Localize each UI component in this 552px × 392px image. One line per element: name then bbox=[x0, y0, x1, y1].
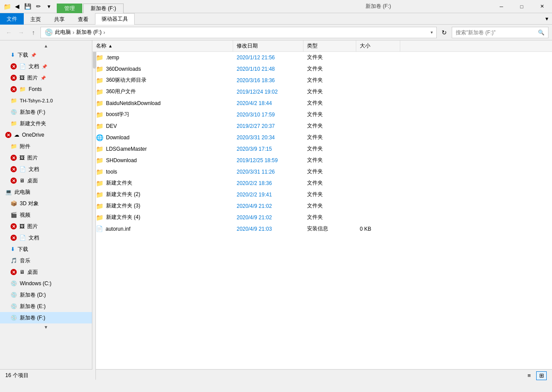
sidebar-item-drive-e[interactable]: 💿 新加卷 (E:) bbox=[0, 301, 92, 312]
sidebar-item-pictures-pc[interactable]: ✕ 🖼 图片 bbox=[0, 221, 92, 232]
sidebar-item-windows-c[interactable]: 💿 Windows (C:) bbox=[0, 278, 92, 289]
sidebar-scroll-down[interactable]: ▼ bbox=[0, 323, 92, 330]
sidebar-item-music[interactable]: 🎵 音乐 bbox=[0, 255, 92, 266]
sidebar-item-documents-pc[interactable]: ✕ 📄 文档 bbox=[0, 232, 92, 243]
sidebar-item-desktop-od[interactable]: ✕ 🖥 桌面 bbox=[0, 175, 92, 186]
sidebar-item-attachments[interactable]: 📁 附件 bbox=[0, 141, 92, 152]
sidebar-item-drive-d[interactable]: 💿 新加卷 (D:) bbox=[0, 289, 92, 301]
qat-undo[interactable]: ✏ bbox=[34, 2, 43, 11]
table-row[interactable]: 📁 boost学习 2020/3/10 17:59 文件夹 bbox=[92, 109, 552, 120]
forward-button[interactable]: → bbox=[16, 27, 26, 38]
table-row[interactable]: 📁 360驱动大师目录 2020/3/16 18:36 文件夹 bbox=[92, 75, 552, 86]
file-name: 360用户文件 bbox=[106, 88, 136, 95]
pin-icon: 📌 bbox=[31, 53, 36, 58]
sidebar-item-label: 新加卷 (D:) bbox=[20, 291, 46, 299]
back-button[interactable]: ← bbox=[4, 27, 14, 38]
view-list-button[interactable]: ≡ bbox=[524, 371, 534, 380]
table-row[interactable]: 📁 SHDownload 2019/12/25 18:59 文件夹 bbox=[92, 155, 552, 166]
col-name-label: 名称 bbox=[96, 42, 106, 50]
table-row[interactable]: 📁 新建文件夹 2020/2/2 18:36 文件夹 bbox=[92, 178, 552, 189]
table-row[interactable]: 📁 tools 2020/3/31 11:26 文件夹 bbox=[92, 166, 552, 178]
ribbon-home-tab[interactable]: 主页 bbox=[24, 14, 48, 24]
address-path[interactable]: 💿 此电脑 › 新加卷 (F:) › ▾ bbox=[40, 27, 437, 38]
sidebar-item-onedrive[interactable]: ✕ ☁ OneDrive bbox=[0, 129, 92, 141]
column-header-date[interactable]: 修改日期 bbox=[233, 40, 303, 51]
ribbon-tab-drive[interactable]: 新加卷 (F:) bbox=[83, 4, 124, 13]
column-header-name[interactable]: 名称 ▲ bbox=[92, 40, 233, 51]
close-button[interactable]: ✕ bbox=[532, 0, 552, 13]
table-row[interactable]: 📁 .temp 2020/1/12 21:56 文件夹 bbox=[92, 52, 552, 63]
sort-arrow: ▲ bbox=[108, 44, 113, 48]
sidebar-item-documents-od[interactable]: ✕ 📄 文档 bbox=[0, 163, 92, 175]
col-date-label: 修改日期 bbox=[237, 42, 258, 50]
ribbon-view-tab[interactable]: 查看 bbox=[71, 14, 95, 24]
sidebar-item-downloads[interactable]: ⬇ 下载 📌 bbox=[0, 49, 92, 61]
qat-back[interactable]: ◀ bbox=[13, 2, 22, 11]
sidebar-item-downloads-pc[interactable]: ⬇ 下载 bbox=[0, 243, 92, 255]
up-button[interactable]: ↑ bbox=[28, 27, 39, 38]
file-type-cell: 文件夹 bbox=[303, 134, 356, 141]
sidebar-item-3dobjects[interactable]: 📦 3D 对象 bbox=[0, 198, 92, 209]
search-box[interactable]: 🔍 bbox=[452, 27, 548, 38]
table-row[interactable]: 📁 新建文件夹 (3) 2020/4/9 21:02 文件夹 bbox=[92, 200, 552, 212]
qat-save[interactable]: 💾 bbox=[23, 2, 32, 11]
sidebar-item-documents[interactable]: ✕ 📄 文档 📌 bbox=[0, 61, 92, 72]
search-input[interactable] bbox=[456, 29, 536, 36]
sidebar-item-drive-f-quick[interactable]: 💿 新加卷 (F:) bbox=[0, 106, 92, 118]
ribbon-tabs: 文件 主页 共享 查看 驱动器工具 ▾ bbox=[0, 13, 552, 25]
sidebar-scroll-up[interactable]: ▲ bbox=[0, 42, 92, 49]
sidebar-item-drive-f[interactable]: 💿 新加卷 (F:) bbox=[0, 312, 92, 323]
file-type: 文件夹 bbox=[307, 122, 323, 130]
inf-icon: 📄 bbox=[96, 225, 103, 232]
table-row[interactable]: 📄 autorun.inf 2020/4/9 21:03 安装信息 0 KB bbox=[92, 223, 552, 235]
folder-icon: 📁 bbox=[96, 123, 103, 130]
path-dropdown-icon[interactable]: ▾ bbox=[431, 30, 433, 35]
folder-icon: 📁 bbox=[96, 191, 103, 198]
maximize-button[interactable]: □ bbox=[512, 0, 532, 13]
sidebar-item-thispc[interactable]: 💻 此电脑 bbox=[0, 186, 92, 198]
table-row[interactable]: 📁 360Downloads 2020/1/10 21:48 文件夹 bbox=[92, 63, 552, 75]
ribbon-share-tab[interactable]: 共享 bbox=[48, 14, 71, 24]
sidebar-item-pictures[interactable]: ✕ 🖼 图片 📌 bbox=[0, 72, 92, 83]
table-row[interactable]: 📁 新建文件夹 (4) 2020/4/9 21:02 文件夹 bbox=[92, 212, 552, 223]
path-segment-drive[interactable]: 新加卷 (F:) bbox=[76, 29, 102, 36]
sidebar-item-label: 桌面 bbox=[27, 177, 38, 185]
refresh-button[interactable]: ↻ bbox=[439, 27, 450, 38]
column-header-size[interactable]: 大小 bbox=[356, 40, 400, 51]
file-name: .temp bbox=[106, 54, 119, 61]
sidebar-item-newfolder-quick[interactable]: 📁 新建文件夹 bbox=[0, 118, 92, 129]
sidebar-item-desktop-pc[interactable]: ✕ 🖥 桌面 bbox=[0, 266, 92, 278]
table-row[interactable]: 📁 360用户文件 2019/12/24 19:02 文件夹 bbox=[92, 86, 552, 98]
sidebar-item-videos[interactable]: 🎬 视频 bbox=[0, 209, 92, 221]
sidebar-item-label: 新加卷 (F:) bbox=[20, 109, 45, 116]
folder-icon: 📁 bbox=[96, 77, 103, 84]
sidebar-item-label: Fonts bbox=[29, 86, 42, 92]
column-header-type[interactable]: 类型 bbox=[303, 40, 356, 51]
table-row[interactable]: 📁 新建文件夹 (2) 2020/2/2 19:41 文件夹 bbox=[92, 189, 552, 200]
folder-icon: 📁 bbox=[96, 214, 103, 221]
sidebar-item-thtshyn[interactable]: 📁 TH-Tshyn-2.1.0 bbox=[0, 95, 92, 106]
drive-icon: 💿 bbox=[11, 280, 17, 287]
minimize-button[interactable]: ─ bbox=[491, 0, 512, 13]
table-row[interactable]: 🌐 Download 2020/3/31 20:34 文件夹 bbox=[92, 132, 552, 143]
ribbon-tab-management[interactable]: 管理 bbox=[57, 4, 82, 13]
file-type: 文件夹 bbox=[307, 88, 323, 95]
sidebar-item-pictures-od[interactable]: ✕ 🖼 图片 bbox=[0, 152, 92, 163]
path-segment-pc[interactable]: 此电脑 bbox=[55, 29, 71, 36]
table-row[interactable]: 📁 BaiduNetdiskDownload 2020/4/2 18:44 文件… bbox=[92, 98, 552, 109]
sidebar-item-label: 3D 对象 bbox=[20, 200, 39, 207]
qat-dropdown[interactable]: ▾ bbox=[44, 2, 53, 11]
sidebar-item-fonts[interactable]: ✕ 📁 Fonts bbox=[0, 83, 92, 95]
doc-icon: 📄 bbox=[19, 63, 26, 69]
ribbon-tab-strip: 管理 新加卷 (F:) bbox=[57, 0, 265, 13]
table-row[interactable]: 📁 DEV 2019/2/27 20:37 文件夹 bbox=[92, 120, 552, 132]
view-details-button[interactable]: ⊞ bbox=[536, 371, 547, 380]
error-badge: ✕ bbox=[11, 155, 17, 161]
table-row[interactable]: 📁 LDSGameMaster 2020/3/9 17:15 文件夹 bbox=[92, 143, 552, 155]
ribbon-driver-tab[interactable]: 驱动器工具 bbox=[95, 13, 135, 25]
file-name-cell: 📁 DEV bbox=[92, 123, 233, 130]
sidebar-item-label: 下载 bbox=[18, 51, 28, 59]
file-name: BaiduNetdiskDownload bbox=[106, 100, 161, 106]
ribbon-expand-btn[interactable]: ▾ bbox=[542, 13, 552, 24]
ribbon-file-tab[interactable]: 文件 bbox=[0, 13, 24, 25]
